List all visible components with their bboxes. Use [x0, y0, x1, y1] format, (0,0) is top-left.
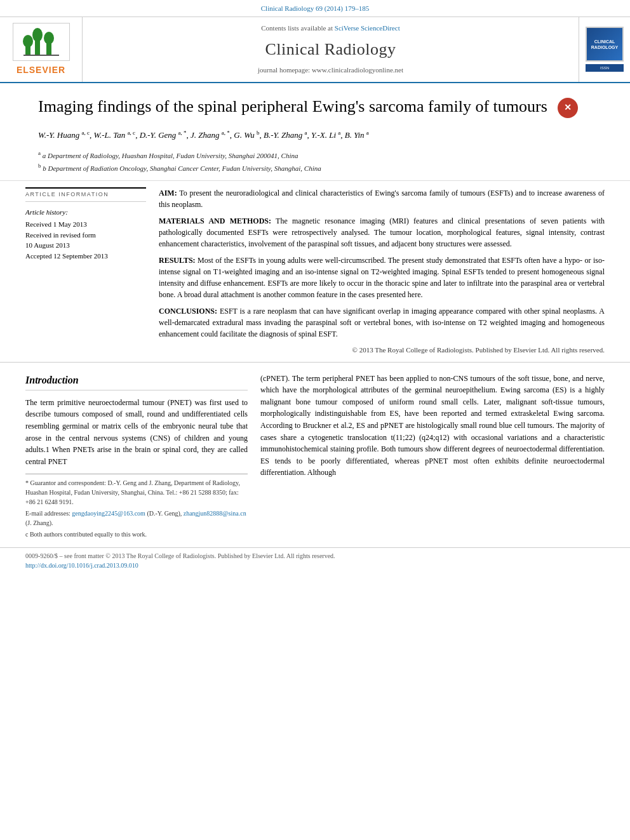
journal-title: Clinical Radiology	[265, 37, 396, 62]
bottom-bar: 0009-9260/$ – see front matter © 2013 Th…	[0, 547, 630, 574]
article-title-section: Imaging findings of the spinal periphera…	[0, 83, 630, 182]
crossmark-badge[interactable]: ✕	[558, 98, 578, 118]
footnote-equal-contrib: c Both authors contributed equally to th…	[25, 530, 248, 539]
svg-point-3	[32, 28, 43, 42]
svg-point-1	[23, 35, 33, 48]
elsevier-brand: ELSEVIER	[17, 63, 65, 76]
elsevier-logo: ELSEVIER	[0, 17, 83, 82]
article-title: Imaging findings of the spinal periphera…	[38, 96, 592, 118]
article-history-label: Article history:	[25, 207, 146, 218]
sciverse-line: Contents lists available at SciVerse Sci…	[261, 23, 399, 34]
intro-left-col: Introduction The term primitive neuroect…	[25, 373, 248, 542]
journal-header: ELSEVIER Contents lists available at Sci…	[0, 17, 630, 83]
journal-homepage: journal homepage: www.clinicalradiologyo…	[258, 65, 403, 76]
abstract-aim: AIM: To present the neuroradiological an…	[159, 187, 605, 210]
abstract-results: RESULTS: Most of the ESFTs in young adul…	[159, 255, 605, 300]
doi-link[interactable]: http://dx.doi.org/10.1016/j.crad.2013.09…	[25, 562, 138, 569]
abstract-conclusions: CONCLUSIONS: ESFT is a rare neoplasm tha…	[159, 305, 605, 340]
elsevier-logo-image	[13, 23, 70, 61]
history-revised-label: Received in revised form	[25, 230, 146, 241]
abstract-content: AIM: To present the neuroradiological an…	[159, 187, 605, 356]
journal-title-section: Contents lists available at SciVerse Sci…	[83, 17, 579, 82]
introduction-section: Introduction The term primitive neuroect…	[0, 363, 630, 548]
journal-citation: Clinical Radiology 69 (2014) 179–185	[0, 0, 630, 17]
badge-image: CLINICALRADIOLOGY	[586, 27, 624, 62]
introduction-heading: Introduction	[25, 373, 248, 390]
article-info-header: ARTICLE INFORMATION	[25, 187, 146, 202]
journal-badge: CLINICALRADIOLOGY ISSN	[579, 17, 630, 82]
footnote-section: * Guarantor and correspondent: D.-Y. Gen…	[25, 474, 248, 539]
article-info-col: ARTICLE INFORMATION Article history: Rec…	[25, 187, 146, 356]
history-revised-date: 10 August 2013	[25, 240, 146, 251]
svg-rect-6	[23, 55, 59, 56]
history-accepted: Accepted 12 September 2013	[25, 251, 146, 262]
svg-point-5	[44, 32, 54, 44]
issn-line: 0009-9260/$ – see front matter © 2013 Th…	[25, 552, 605, 561]
abstract-section: ARTICLE INFORMATION Article history: Rec…	[0, 181, 630, 363]
badge-footer: ISSN	[586, 64, 624, 72]
affiliations: a a Department of Radiology, Huashan Hos…	[38, 149, 592, 175]
footnote-guarantor: * Guarantor and correspondent: D.-Y. Gen…	[25, 478, 248, 507]
history-received: Received 1 May 2013	[25, 219, 146, 230]
authors-line: W.-Y. Huang a, c, W.-L. Tan a, c, D.-Y. …	[38, 128, 592, 142]
intro-paragraph-1: The term primitive neuroectodermal tumou…	[25, 397, 248, 468]
doi-line: http://dx.doi.org/10.1016/j.crad.2013.09…	[25, 561, 605, 571]
intro-paragraph-2: (cPNET). The term peripheral PNET has be…	[260, 373, 605, 479]
badge-text: CLINICALRADIOLOGY	[591, 39, 618, 50]
intro-right-col: (cPNET). The term peripheral PNET has be…	[260, 373, 605, 542]
footnote-email: E-mail addresses: gengdaoying2245@163.co…	[25, 509, 248, 528]
abstract-methods: MATERIALS AND METHODS: The magnetic reso…	[159, 215, 605, 250]
abstract-copyright: © 2013 The Royal College of Radiologists…	[159, 345, 605, 356]
